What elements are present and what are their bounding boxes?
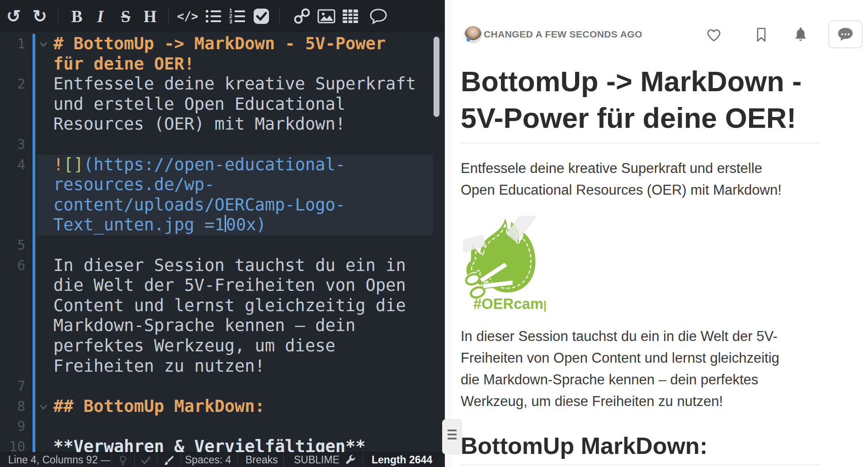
paintbrush-icon[interactable] (163, 454, 175, 466)
pane-divider[interactable] (445, 0, 453, 467)
undo-glyph: ↺ (6, 8, 21, 25)
heading-icon[interactable]: H (140, 6, 160, 27)
fold-chevron-icon[interactable] (38, 402, 49, 412)
check-icon[interactable] (140, 454, 151, 466)
line-text: ## BottomUp MarkDown: (53, 397, 421, 417)
line-text: Entfessele deine kreative Superkraft und… (53, 74, 421, 135)
doc-length: Length 2644 (372, 454, 432, 466)
heading-glyph: H (144, 8, 157, 25)
authorship-bar (33, 34, 35, 74)
line-number: 5 (0, 235, 25, 256)
redo-icon[interactable]: ↻ (29, 6, 50, 27)
authorship-bar (33, 416, 35, 437)
statusbar-divider (283, 453, 284, 467)
line-number: 6 (0, 256, 25, 276)
link-icon[interactable] (292, 6, 312, 27)
lightbulb-icon[interactable] (117, 454, 129, 466)
authorship-bar (33, 235, 35, 256)
session-paragraph: In dieser Session tauchst du ein in die … (461, 326, 827, 412)
statusbar-divider (112, 453, 112, 467)
code-line[interactable]: 7 (0, 376, 445, 397)
line-text: ![](https://open-educational- resources.… (53, 155, 421, 235)
editor-scrollbar[interactable] (434, 37, 439, 117)
breaks-setting[interactable]: Breaks (245, 454, 278, 466)
authorship-bar (33, 135, 35, 155)
code-line[interactable]: 10**Verwahren & Vervielfältigen** (0, 437, 445, 453)
bullet-list-icon[interactable] (203, 6, 224, 27)
authorship-bar (33, 376, 35, 397)
strikethrough-icon[interactable]: S (115, 6, 136, 27)
cursor-position: Line 4, Columns 92 — 21 (8, 454, 110, 466)
markdown-editor[interactable]: 1# BottomUp -> MarkDown - 5V-Power für d… (0, 32, 445, 453)
spaces-setting[interactable]: Spaces: 4 (185, 454, 231, 466)
line-number: 4 (0, 155, 25, 175)
changed-timestamp: CHANGED A FEW SECONDS AGO (484, 29, 642, 40)
toolbar-divider (58, 7, 58, 24)
line-number: 9 (0, 416, 25, 437)
code-line[interactable]: 2Entfessele deine kreative Superkraft un… (0, 74, 445, 135)
ordered-list-icon[interactable]: 123 (227, 6, 248, 27)
statusbar-divider (363, 453, 363, 467)
code-line[interactable]: 9 (0, 416, 445, 437)
fold-chevron-icon[interactable] (38, 39, 49, 50)
undo-icon[interactable]: ↺ (3, 6, 24, 27)
bold-glyph: B (71, 8, 83, 25)
comment-button[interactable] (828, 20, 863, 48)
doc-title: BottomUp -> MarkDown - 5V-Power für dein… (461, 63, 843, 136)
bell-icon[interactable] (792, 26, 809, 43)
line-text: # BottomUp -> MarkDown - 5V-Power für de… (53, 34, 421, 74)
code-line[interactable]: 6In dieser Session tauchst du ein in die… (0, 256, 445, 377)
authorship-bar (33, 74, 35, 135)
editor-pane: ↺ ↻ B I S H </> 123 (0, 0, 445, 467)
section-heading: BottomUp MarkDown: (461, 432, 843, 459)
strike-glyph: S (121, 8, 131, 25)
line-text: In dieser Session tauchst du ein in die … (53, 256, 421, 377)
line-number: 7 (0, 376, 25, 397)
svg-text:3: 3 (229, 19, 232, 25)
checklist-icon[interactable] (251, 6, 272, 27)
code-line[interactable]: 5 (0, 235, 445, 256)
keymap-setting[interactable]: SUBLIME (294, 454, 340, 466)
code-glyph: </> (177, 9, 198, 23)
code-line[interactable]: 1# BottomUp -> MarkDown - 5V-Power für d… (0, 34, 445, 74)
statusbar-divider (237, 453, 238, 467)
comment-filled-icon (836, 26, 854, 42)
section-divider (461, 464, 820, 465)
statusbar-divider (134, 453, 135, 467)
code-line[interactable]: 4![](https://open-educational- resources… (0, 155, 445, 235)
statusbar-divider (157, 453, 157, 467)
table-icon[interactable] (340, 6, 361, 27)
editor-statusbar: Line 4, Columns 92 — 21 Spaces: 4 Breaks… (0, 452, 445, 467)
editor-toolbar: ↺ ↻ B I S H </> 123 (0, 0, 445, 32)
italic-glyph: I (97, 8, 104, 25)
line-number: 1 (0, 34, 25, 54)
comment-icon[interactable] (368, 6, 389, 27)
intro-paragraph: Entfessele deine kreative Superkraft und… (461, 158, 827, 201)
code-icon[interactable]: </> (177, 6, 198, 27)
code-line[interactable]: 3 (0, 135, 445, 155)
split-grip-icon[interactable] (442, 419, 462, 454)
app-window: ↺ ↻ B I S H </> 123 (0, 0, 868, 467)
toolbar-divider (168, 7, 169, 24)
statusbar-divider (338, 453, 339, 467)
avatar-detail (467, 38, 470, 42)
title-divider (461, 143, 820, 144)
statusbar-divider (181, 453, 181, 467)
line-number: 8 (0, 397, 25, 417)
preview-pane: CHANGED A FEW SECONDS AGO BottomUp -> Ma… (452, 0, 868, 467)
logo-text: #OERcamp (473, 295, 546, 312)
bookmark-icon[interactable] (753, 26, 770, 43)
image-icon[interactable] (316, 6, 337, 27)
authorship-bar (33, 437, 35, 453)
avatar[interactable] (464, 26, 482, 43)
italic-icon[interactable]: I (90, 6, 111, 27)
bold-icon[interactable]: B (66, 6, 87, 27)
line-number: 3 (0, 135, 25, 155)
code-line[interactable]: 8## BottomUp MarkDown: (0, 397, 445, 417)
authorship-bar (33, 155, 35, 235)
redo-glyph: ↻ (33, 8, 47, 25)
line-number: 2 (0, 74, 25, 94)
heart-icon[interactable] (705, 26, 722, 43)
wrench-icon[interactable] (344, 454, 356, 466)
toolbar-divider (279, 7, 280, 24)
